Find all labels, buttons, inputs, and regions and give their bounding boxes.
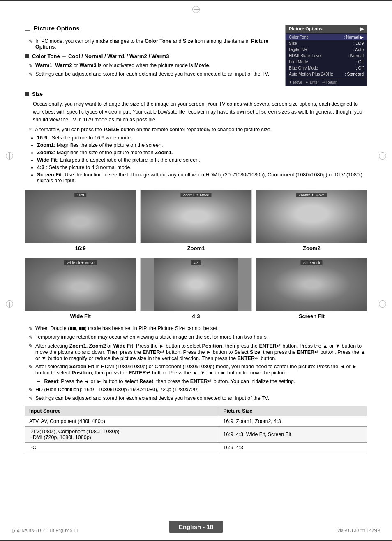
- panel-label-blue: Blue Only Mode: [289, 66, 318, 70]
- caption-screenfit: Screen Fit: [299, 313, 325, 319]
- size-option-169: 16:9 : Sets the picture to 16:9 wide mod…: [37, 135, 367, 141]
- size-option-43: 4:3 : Sets the picture to 4:3 normal mod…: [37, 165, 367, 170]
- table-row-1: ATV, AV, Component (480i, 480p) 16:9, Zo…: [25, 416, 367, 427]
- panel-row-amp: Auto Motion Plus 240Hz : Standard: [286, 71, 367, 77]
- image-item-zoom1: Zoom1 ✦ Move Zoom1: [140, 190, 251, 251]
- caption-43: 4:3: [192, 313, 200, 319]
- tv-image-43: 4:3: [140, 258, 251, 311]
- table-header-input: Input Source: [25, 406, 219, 416]
- caption-widefit: Wide Fit: [70, 313, 90, 319]
- note-icon-2: ✎: [29, 63, 33, 69]
- crosshair-left-2: [6, 300, 13, 309]
- table-cell-input-1: ATV, AV, Component (480i, 480p): [25, 416, 219, 427]
- panel-value-amp: : Standard: [345, 72, 364, 77]
- image-item-widefit: Wide Fit ✦ Move Wide Fit: [25, 258, 136, 319]
- note-text-2: Warm1, Warm2 or Warm3 is only activated …: [35, 63, 210, 68]
- panel-label-film: Film Mode: [289, 60, 308, 64]
- panel-rows: Color Tone : Normal ▶ Size : 16:9 Digita…: [286, 33, 367, 79]
- size-options-list: 16:9 : Sets the picture to 16:9 wide mod…: [25, 135, 367, 183]
- subsection-square: [25, 54, 29, 58]
- panel-arrow: ▶: [360, 26, 364, 32]
- image-item-43: 4:3 4:3: [140, 258, 251, 319]
- panel-footer: ✦ Move ↵ Enter ↩ Return: [286, 79, 367, 86]
- tv-image-zoom1: Zoom1 ✦ Move: [140, 190, 251, 243]
- panel-value-colortone: : Normal ▶: [344, 35, 364, 39]
- table-cell-size-1: 16:9, Zoom1, Zoom2, 4:3: [219, 416, 367, 427]
- note-text-3: Settings can be adjusted and stored for …: [35, 71, 269, 77]
- tv-image-inner-widefit: Wide Fit ✦ Move: [25, 258, 136, 311]
- size-option-widefit: Wide Fit: Enlarges the aspect ratio of t…: [37, 157, 367, 163]
- after-note-text-3: After selecting Zoom1, Zoom2 or Wide Fit…: [35, 343, 367, 361]
- tv-label-zoom2: Zoom2 ✦ Move: [296, 193, 327, 197]
- section-title-row: Picture Options: [25, 25, 277, 34]
- panel-value-size: : 16:9: [353, 41, 364, 46]
- crosshair-left-1: [6, 152, 13, 161]
- after-note-text-5: HD (High Definition): 16:9 - 1080i/1080p…: [35, 387, 198, 392]
- panel-row-colortone: Color Tone : Normal ▶: [286, 34, 367, 40]
- tv-image-inner-169: 16:9: [25, 190, 136, 243]
- note-line-1: ✎ In PC mode, you can only make changes …: [25, 38, 277, 50]
- panel-label-hdmi: HDMI Black Level: [289, 53, 321, 58]
- tv-image-widefit: Wide Fit ✦ Move: [25, 258, 136, 311]
- note-icon-1: ✎: [29, 39, 33, 44]
- panel-row-hdmi: HDMI Black Level : Normal: [286, 53, 367, 59]
- size-option-screenfit: Screen Fit: Use the function to see the …: [37, 172, 367, 183]
- size-option-zoom1: Zoom1: Magnifies the size of the picture…: [37, 142, 367, 148]
- panel-title-bar: Picture Options ▶: [286, 25, 367, 33]
- after-note-text-1: When Double (■■, ■■) mode has been set i…: [35, 325, 219, 331]
- image-grid-row1: 16:9 16:9 Zoom1 ✦ Move Zoom1 Zoom2 ✦ Mov…: [25, 190, 367, 251]
- table-cell-size-3: 16:9, 4:3: [219, 443, 367, 453]
- note-line-3: ✎ Settings can be adjusted and stored fo…: [25, 71, 277, 77]
- after-note-text-4-reset: – Reset: Press the ◄ or ► button to sele…: [37, 378, 295, 384]
- panel-label-amp: Auto Motion Plus 240Hz: [289, 72, 333, 77]
- table-cell-input-2: DTV(1080i), Component (1080i, 1080p),HDM…: [25, 427, 219, 443]
- table-cell-size-2: 16:9, 4:3, Wide Fit, Screen Fit: [219, 427, 367, 443]
- color-tone-subsection: Color Tone → Cool / Normal / Warm1 / War…: [25, 53, 277, 59]
- panel-label-size: Size: [289, 41, 297, 46]
- after-note-3: ✎ After selecting Zoom1, Zoom2 or Wide F…: [25, 343, 367, 361]
- image-item-zoom2: Zoom2 ✦ Move Zoom2: [256, 190, 367, 251]
- psize-note: ☞ Alternately, you can press the P.SIZE …: [25, 127, 367, 132]
- after-note-icon-1: ✎: [29, 326, 33, 332]
- svg-rect-0: [25, 26, 30, 31]
- tv-label-zoom1: Zoom1 ✦ Move: [180, 193, 211, 197]
- after-note-icon-6: ✎: [29, 396, 33, 402]
- table-header-row: Input Source Picture Size: [25, 406, 367, 416]
- caption-zoom1: Zoom1: [187, 245, 205, 251]
- tv-label-43: 4:3: [191, 260, 201, 265]
- tv-image-169: 16:9: [25, 190, 136, 243]
- footer-left-text: [750-NA]BN68-02111B-Eng.indb 18: [12, 528, 78, 533]
- size-subsection: Size: [25, 91, 367, 97]
- size-heading: Size: [32, 91, 43, 97]
- top-border: [0, 0, 392, 1]
- after-notes-section: ✎ When Double (■■, ■■) mode has been set…: [25, 325, 367, 402]
- crosshair-right-2: [379, 300, 386, 309]
- panel-footer-move: ✦ Move: [289, 80, 302, 84]
- panel-value-hdmi: : Normal: [348, 53, 364, 58]
- panel-value-film: : Off: [356, 60, 364, 64]
- tv-image-inner-43: 4:3: [154, 258, 238, 311]
- tv-image-inner-zoom2: Zoom2 ✦ Move: [256, 190, 367, 243]
- tv-label-screenfit: Screen Fit: [301, 260, 323, 265]
- note-line-2: ✎ Warm1, Warm2 or Warm3 is only activate…: [25, 63, 277, 69]
- panel-row-dnr: Digital NR : Auto: [286, 46, 367, 53]
- page-number-box: English - 18: [169, 521, 223, 533]
- note-text-1: In PC mode, you can only make changes to…: [35, 38, 277, 50]
- tv-image-inner-zoom1: Zoom1 ✦ Move: [141, 190, 251, 243]
- table-row-2: DTV(1080i), Component (1080i, 1080p),HDM…: [25, 427, 367, 443]
- after-note-4-reset: – Reset: Press the ◄ or ► button to sele…: [25, 378, 367, 384]
- panel-row-film: Film Mode : Off: [286, 59, 367, 65]
- after-note-icon-2: ✎: [29, 334, 33, 340]
- psize-note-icon: ☞: [29, 127, 32, 132]
- crosshair-right-1: [379, 152, 386, 161]
- panel-value-blue: : Off: [356, 66, 364, 70]
- size-option-zoom2: Zoom2: Magnifies the size of the picture…: [37, 150, 367, 156]
- table-header-picturesize: Picture Size: [219, 406, 367, 416]
- after-note-text-2: Temporary image retention may occur when…: [35, 334, 268, 340]
- caption-zoom2: Zoom2: [303, 245, 321, 251]
- table-cell-input-3: PC: [25, 443, 219, 453]
- tv-label-169: 16:9: [74, 193, 87, 197]
- panel-title: Picture Options: [289, 26, 323, 32]
- tv-image-zoom2: Zoom2 ✦ Move: [256, 190, 367, 243]
- image-item-screenfit: Screen Fit Screen Fit: [256, 258, 367, 319]
